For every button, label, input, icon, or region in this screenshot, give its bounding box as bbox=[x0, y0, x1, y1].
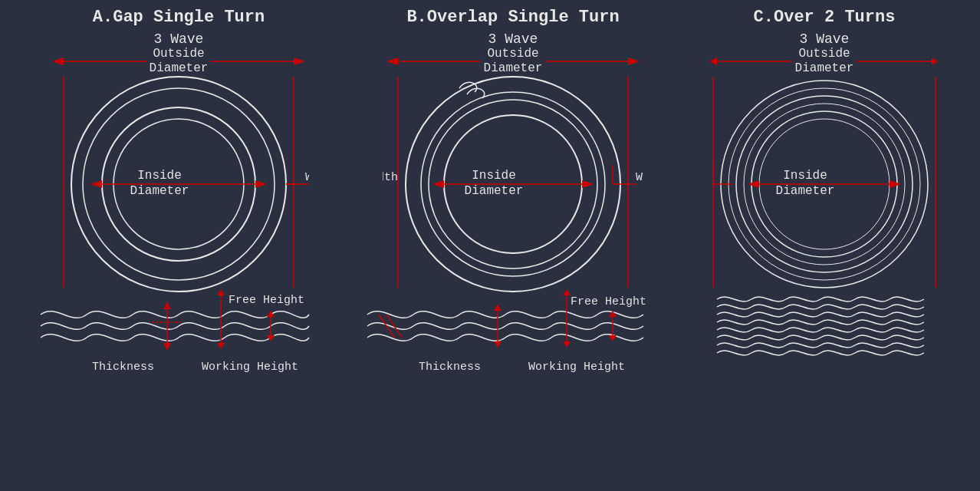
section-c-wave: 3 Wave bbox=[800, 31, 850, 47]
svg-text:Diameter: Diameter bbox=[130, 184, 189, 198]
svg-marker-43 bbox=[582, 180, 594, 188]
svg-text:Inside: Inside bbox=[472, 169, 516, 183]
svg-text:Thickness: Thickness bbox=[419, 361, 481, 374]
svg-marker-54 bbox=[494, 341, 502, 348]
section-b-side: Thickness Free Height Working Height bbox=[360, 288, 666, 380]
svg-marker-66 bbox=[932, 58, 938, 65]
svg-text:Thickness: Thickness bbox=[92, 361, 154, 374]
section-b-ring: Inside Diameter Width Width bbox=[383, 73, 643, 295]
section-b-outside-diameter: OutsideDiameter bbox=[481, 47, 546, 76]
svg-text:Free Height: Free Height bbox=[571, 295, 646, 308]
svg-text:Inside: Inside bbox=[783, 169, 827, 183]
section-a: A.Gap Single Turn 3 Wave OutsideDiameter bbox=[33, 8, 324, 380]
section-a-title: A.Gap Single Turn bbox=[93, 8, 265, 27]
svg-text:Working Height: Working Height bbox=[202, 361, 298, 374]
section-b-wave: 3 Wave bbox=[488, 31, 538, 47]
svg-text:Width: Width bbox=[636, 171, 643, 184]
svg-text:Working Height: Working Height bbox=[528, 361, 625, 374]
section-a-ring: Inside Diameter Width bbox=[48, 73, 309, 295]
svg-line-9 bbox=[110, 280, 125, 288]
section-b-title: B.Overlap Single Turn bbox=[406, 8, 619, 27]
svg-marker-77 bbox=[890, 180, 901, 188]
svg-marker-25 bbox=[217, 343, 225, 349]
svg-marker-20 bbox=[163, 302, 171, 309]
svg-text:Diameter: Diameter bbox=[465, 184, 524, 198]
svg-marker-2 bbox=[294, 58, 305, 65]
svg-marker-34 bbox=[628, 58, 640, 65]
svg-marker-1 bbox=[52, 58, 64, 65]
section-a-outside-diameter: OutsideDiameter bbox=[146, 47, 212, 76]
section-a-wave: 3 Wave bbox=[154, 31, 204, 47]
section-c: C.Over 2 Turns 3 Wave OutsideDiameter bbox=[702, 8, 947, 380]
svg-line-10 bbox=[108, 275, 123, 282]
svg-marker-13 bbox=[255, 180, 267, 188]
svg-marker-28 bbox=[267, 311, 275, 317]
svg-marker-42 bbox=[432, 180, 444, 188]
svg-marker-58 bbox=[563, 341, 571, 348]
svg-text:Width: Width bbox=[383, 171, 398, 184]
svg-marker-53 bbox=[494, 305, 502, 311]
section-c-title: C.Over 2 Turns bbox=[754, 8, 896, 27]
svg-marker-21 bbox=[163, 343, 171, 351]
svg-text:Width: Width bbox=[305, 171, 309, 184]
svg-marker-33 bbox=[386, 58, 398, 65]
svg-marker-65 bbox=[709, 58, 717, 65]
svg-marker-62 bbox=[609, 335, 617, 341]
section-a-side: Thickness Free Height Working Height bbox=[33, 288, 324, 380]
svg-text:Diameter: Diameter bbox=[776, 184, 835, 198]
section-c-outside-diameter: OutsideDiameter bbox=[792, 47, 857, 76]
svg-text:Inside: Inside bbox=[137, 169, 182, 183]
section-c-ring: Inside Diameter Width bbox=[709, 73, 939, 295]
svg-marker-76 bbox=[748, 180, 759, 188]
svg-marker-57 bbox=[563, 289, 571, 295]
section-b: B.Overlap Single Turn 3 Wave OutsideDiam… bbox=[360, 8, 666, 380]
section-c-side bbox=[709, 288, 939, 380]
svg-marker-29 bbox=[267, 335, 275, 341]
svg-marker-24 bbox=[217, 289, 225, 295]
svg-text:Free Height: Free Height bbox=[229, 294, 304, 307]
svg-marker-12 bbox=[90, 180, 102, 188]
